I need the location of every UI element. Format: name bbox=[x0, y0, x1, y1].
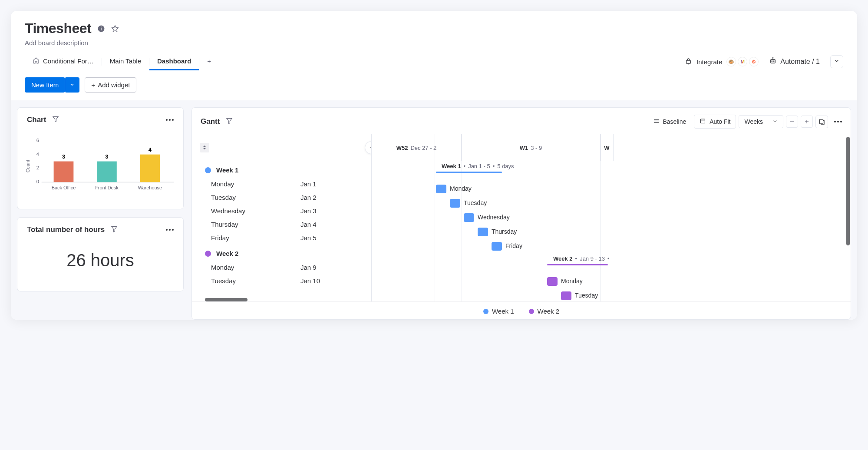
filter-icon[interactable] bbox=[52, 116, 59, 124]
svg-point-6 bbox=[772, 61, 772, 62]
hours-title: Total number of hours bbox=[27, 225, 105, 234]
gantt-bar[interactable]: Tuesday bbox=[450, 199, 460, 208]
integrate-label: Integrate bbox=[696, 58, 722, 66]
gantt-legend: Week 1 Week 2 bbox=[192, 301, 851, 319]
mailchimp-icon: 🐵 bbox=[726, 57, 736, 66]
svg-text:0: 0 bbox=[36, 179, 39, 184]
bar-chart: Count 0 2 4 6 3 Back Office 3 Front Des bbox=[23, 130, 178, 198]
tab-dashboard[interactable]: Dashboard bbox=[149, 53, 199, 70]
svg-rect-5 bbox=[771, 60, 776, 63]
svg-rect-27 bbox=[701, 119, 705, 123]
task-row[interactable]: ThursdayJan 4 bbox=[192, 218, 371, 231]
period-select[interactable]: Weeks bbox=[739, 115, 783, 128]
automate-button[interactable]: Automate / 1 bbox=[769, 53, 820, 71]
group-dot-icon bbox=[205, 251, 211, 257]
bar-back-office bbox=[54, 162, 74, 182]
new-item-dropdown[interactable] bbox=[65, 77, 79, 93]
baseline-icon bbox=[653, 118, 660, 126]
filter-icon[interactable] bbox=[226, 117, 233, 126]
svg-text:3: 3 bbox=[62, 153, 65, 160]
robot-icon bbox=[769, 57, 777, 66]
gantt-widget: Gantt Baseline Auto Fit Weeks bbox=[191, 107, 851, 320]
star-icon[interactable] bbox=[111, 25, 119, 33]
integrate-icon bbox=[685, 57, 692, 66]
task-row[interactable]: TuesdayJan 10 bbox=[192, 274, 371, 288]
tab-add[interactable]: + bbox=[199, 53, 219, 70]
gantt-bar[interactable]: Thursday bbox=[478, 228, 488, 236]
filter-icon[interactable] bbox=[111, 225, 118, 234]
timeline-header: W52Dec 27 - 2 W13 - 9 W bbox=[372, 134, 851, 161]
horizontal-scrollbar[interactable] bbox=[205, 298, 248, 301]
zoom-out-button[interactable] bbox=[786, 116, 798, 128]
svg-marker-3 bbox=[112, 25, 119, 31]
zoom-in-button[interactable] bbox=[801, 116, 813, 128]
svg-text:Warehouse: Warehouse bbox=[138, 185, 162, 190]
svg-text:3: 3 bbox=[105, 153, 108, 160]
svg-marker-9 bbox=[53, 117, 58, 122]
svg-text:Count: Count bbox=[25, 160, 30, 172]
baseline-button[interactable]: Baseline bbox=[648, 115, 692, 128]
chart-more[interactable] bbox=[166, 119, 174, 121]
task-row[interactable]: MondayJan 1 bbox=[192, 177, 371, 191]
gantt-title: Gantt bbox=[201, 117, 220, 126]
task-row[interactable]: FridayJan 5 bbox=[192, 231, 371, 245]
collapse-button[interactable] bbox=[830, 55, 843, 68]
gantt-bar[interactable]: Wednesday bbox=[464, 213, 474, 222]
tab-label: Main Table bbox=[110, 57, 141, 65]
tab-conditional[interactable]: Conditional For… bbox=[25, 53, 102, 71]
collapse-left-button[interactable] bbox=[365, 141, 372, 154]
group-dot-icon bbox=[205, 167, 211, 173]
export-button[interactable] bbox=[815, 116, 828, 128]
bar-front-desk bbox=[97, 162, 117, 182]
tabs: Conditional For… Main Table Dashboard + … bbox=[25, 53, 843, 71]
svg-text:Back Office: Back Office bbox=[52, 185, 76, 190]
add-widget-button[interactable]: + Add widget bbox=[85, 77, 136, 93]
hours-value: 26 hours bbox=[17, 238, 183, 291]
svg-text:4: 4 bbox=[149, 146, 152, 153]
new-item-label: New Item bbox=[31, 81, 59, 89]
task-row[interactable]: TuesdayJan 2 bbox=[192, 191, 371, 204]
svg-rect-32 bbox=[820, 119, 823, 123]
group-week1[interactable]: Week 1 bbox=[192, 161, 371, 177]
integrate-button[interactable]: Integrate 🐵 M ⚙ bbox=[685, 53, 759, 71]
group-week2[interactable]: Week 2 bbox=[192, 245, 371, 261]
tab-label: Conditional For… bbox=[43, 57, 94, 65]
plus-icon: + bbox=[91, 81, 95, 89]
bar-warehouse bbox=[140, 155, 160, 182]
info-icon[interactable] bbox=[97, 25, 105, 33]
gantt-bar[interactable]: Monday bbox=[547, 277, 558, 286]
new-item-button[interactable]: New Item bbox=[25, 77, 65, 93]
tab-label: Dashboard bbox=[157, 57, 191, 65]
svg-marker-22 bbox=[112, 227, 117, 232]
gantt-bar[interactable]: Friday bbox=[492, 242, 502, 251]
svg-text:6: 6 bbox=[36, 138, 39, 143]
autofit-button[interactable]: Auto Fit bbox=[694, 115, 736, 129]
gantt-more[interactable] bbox=[834, 121, 842, 122]
task-row[interactable]: MondayJan 9 bbox=[192, 261, 371, 274]
chevron-down-icon bbox=[834, 58, 840, 66]
chevron-down-icon bbox=[69, 81, 75, 89]
vertical-scrollbar[interactable] bbox=[846, 137, 850, 245]
svg-text:Front Desk: Front Desk bbox=[95, 185, 119, 190]
svg-text:4: 4 bbox=[36, 152, 39, 157]
automate-label: Automate / 1 bbox=[780, 58, 820, 66]
tab-main-table[interactable]: Main Table bbox=[102, 53, 149, 70]
hours-more[interactable] bbox=[166, 229, 174, 231]
svg-rect-4 bbox=[686, 60, 691, 63]
gmail-icon: M bbox=[738, 57, 747, 66]
gantt-bar[interactable]: Monday bbox=[436, 185, 446, 193]
gantt-bar[interactable]: Tuesday bbox=[561, 291, 571, 300]
svg-point-7 bbox=[774, 61, 775, 62]
add-widget-label: Add widget bbox=[98, 81, 130, 89]
svg-text:2: 2 bbox=[36, 165, 39, 170]
chart-title: Chart bbox=[27, 116, 46, 124]
svg-point-8 bbox=[773, 58, 774, 59]
svg-rect-1 bbox=[101, 28, 102, 30]
board-subtitle[interactable]: Add board description bbox=[25, 39, 843, 46]
sort-toggle[interactable] bbox=[200, 143, 209, 152]
plus-icon: + bbox=[207, 57, 211, 65]
hours-widget: Total number of hours 26 hours bbox=[17, 217, 184, 291]
task-row[interactable]: WednesdayJan 3 bbox=[192, 204, 371, 218]
svg-point-2 bbox=[101, 26, 102, 27]
chevron-down-icon bbox=[772, 118, 778, 125]
